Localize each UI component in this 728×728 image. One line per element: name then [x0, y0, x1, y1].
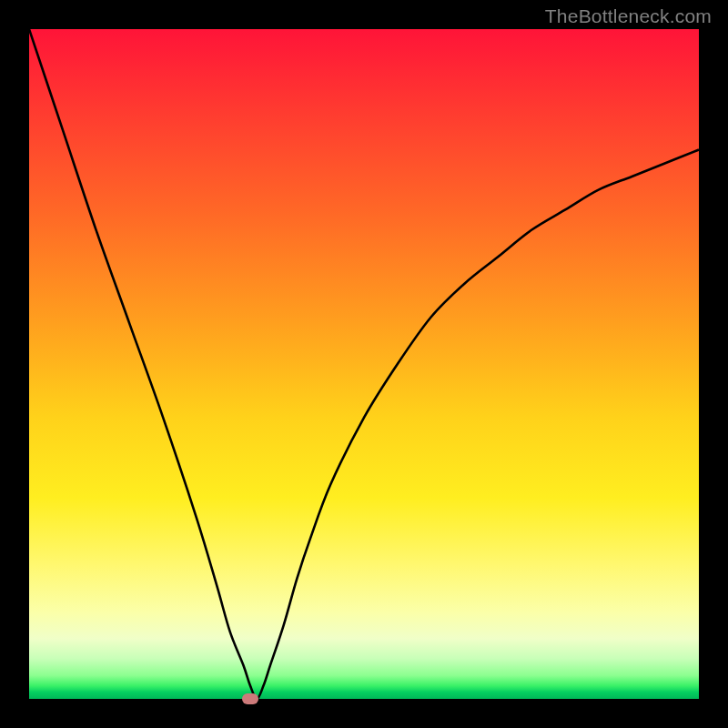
chart-plot-area: [29, 29, 699, 699]
optimal-point-marker: [242, 693, 258, 704]
bottleneck-curve-path: [29, 29, 699, 699]
attribution-label: TheBottleneck.com: [545, 5, 712, 27]
chart-frame: TheBottleneck.com: [0, 0, 728, 728]
chart-curve: [29, 29, 699, 699]
